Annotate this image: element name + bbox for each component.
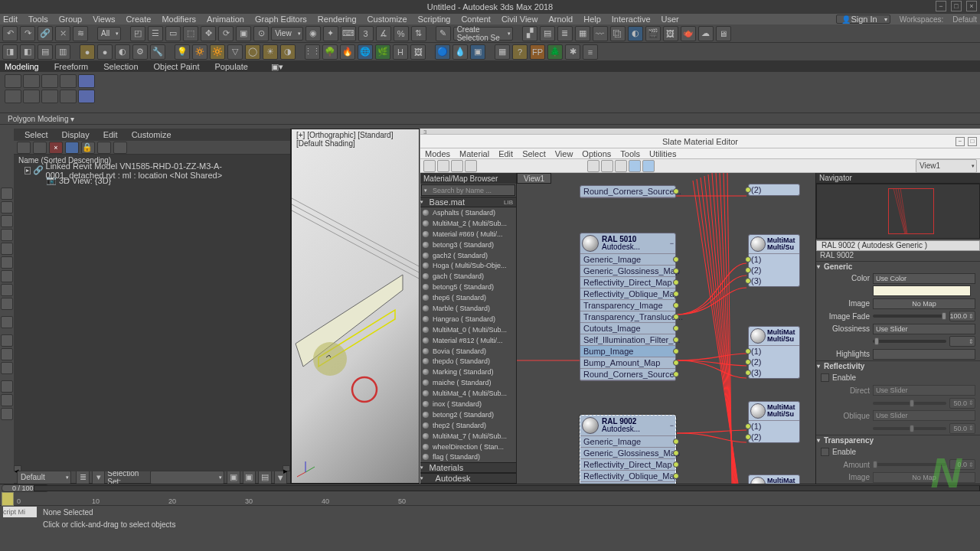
mat-item-1[interactable]: MultiMat_2 ( Multi/Sub... — [420, 218, 516, 229]
tb2-sun[interactable]: ☀ — [263, 44, 278, 60]
ral9002-port-0[interactable]: Generic_Image — [580, 436, 675, 448]
image-slot[interactable]: No Map — [873, 298, 975, 309]
lt-11[interactable] — [1, 334, 13, 347]
mat-item-8[interactable]: thep6 ( Standard) — [420, 292, 516, 303]
view-tab[interactable]: View1 — [517, 173, 551, 184]
window-crossing-icon[interactable]: ⬚ — [183, 26, 198, 41]
color-dropdown[interactable]: Use Color — [873, 273, 975, 284]
slate-menu-select[interactable]: Select — [522, 149, 546, 158]
tb2-hdr[interactable]: H — [393, 44, 408, 60]
tb2-fire[interactable]: 🔥 — [340, 44, 355, 60]
ral5010-port-1[interactable]: Generic_Glossiness_Map — [580, 266, 675, 277]
named-selection-dropdown[interactable]: Create Selection Se — [453, 27, 513, 41]
unlink-icon[interactable]: ⤫ — [55, 26, 70, 41]
rbn-3[interactable] — [41, 74, 58, 88]
mat-group-base[interactable]: Base.matLIB — [420, 197, 516, 207]
render-in-cloud-icon[interactable]: ☁ — [698, 26, 714, 41]
ribbon-tab-object-paint[interactable]: Object Paint — [154, 62, 200, 71]
lt-8[interactable] — [1, 284, 13, 296]
lt-13[interactable] — [1, 362, 13, 374]
st-move[interactable] — [587, 160, 599, 172]
mat-group-materials[interactable]: Materials — [420, 462, 516, 473]
multinode-1[interactable]: (2) — [748, 184, 800, 196]
scene-tool-5[interactable] — [97, 142, 111, 154]
slate-menu-options[interactable]: Options — [582, 149, 611, 158]
tb2-bulb3[interactable]: 🔆 — [210, 44, 225, 60]
ral5010-port-3[interactable]: Reflectivity_Oblique_Map — [580, 289, 675, 300]
selset-btn5[interactable]: ▤ — [258, 470, 271, 485]
st-mateditor[interactable] — [629, 160, 641, 172]
ral5010-port-9[interactable]: Bump_Amount_Map — [580, 357, 675, 369]
mat-item-4[interactable]: gach2 ( Standard) — [420, 250, 516, 261]
color-swatch[interactable] — [873, 285, 971, 296]
slate-menu-tools[interactable]: Tools — [620, 149, 640, 158]
mat-item-6[interactable]: gach ( Standard) — [420, 271, 516, 282]
angle-snap-icon[interactable]: ∡ — [376, 26, 391, 41]
ref-coord-dropdown[interactable]: View — [271, 27, 303, 41]
rbn-7[interactable] — [23, 90, 40, 103]
mat-item-14[interactable]: thepdo ( Standard) — [420, 356, 516, 367]
link-icon[interactable]: 🔗 — [38, 26, 53, 41]
schematic-icon[interactable]: ⿻ — [610, 26, 626, 41]
multinode-4[interactable]: MultiMatMulti/Su (1) (2) — [748, 401, 800, 443]
percent-snap-icon[interactable]: % — [394, 26, 409, 41]
st-view[interactable] — [615, 160, 627, 172]
align-icon[interactable]: ▤ — [540, 26, 555, 41]
tree-revit-root[interactable]: ▸🔗 Linked Revit Model VN1585-RHD-01-ZZ-M… — [24, 165, 290, 175]
slate-menu-edit[interactable]: Edit — [498, 149, 513, 158]
ral5010-port-2[interactable]: Reflectivity_Direct_Map — [580, 277, 675, 289]
tb2-dots[interactable]: ⋮⋮ — [305, 44, 320, 60]
curve-editor-icon[interactable]: 〰 — [593, 26, 608, 41]
tb2-help[interactable]: ? — [512, 44, 528, 60]
select-object-icon[interactable]: ◰ — [130, 26, 145, 41]
scene-tool-filter[interactable] — [65, 142, 79, 154]
ribbon-tab-populate[interactable]: Populate — [214, 62, 247, 71]
tb2-droplet[interactable]: 💧 — [452, 44, 468, 60]
toggle-ribbon-icon[interactable]: ▦ — [575, 26, 590, 41]
lt-4[interactable] — [1, 229, 13, 241]
view1-tab-right[interactable]: View1 — [916, 159, 977, 173]
mat-item-11[interactable]: MultiMat_0 ( Multi/Sub... — [420, 324, 516, 335]
rbn-1[interactable] — [5, 74, 21, 88]
st-put[interactable] — [437, 160, 449, 172]
ral5010-port-8[interactable]: Bump_Image — [580, 346, 675, 357]
undo-icon[interactable]: ↶ — [2, 26, 18, 41]
spinner-snap-icon[interactable]: ⇅ — [411, 26, 426, 41]
tb2-3[interactable]: ▤ — [38, 44, 53, 60]
manipulate-icon[interactable]: ✦ — [323, 26, 338, 41]
rbn-8[interactable] — [41, 90, 58, 103]
snap-toggle-icon[interactable]: 3 — [358, 26, 374, 41]
slate-menu-modes[interactable]: Modes — [425, 149, 450, 158]
node-port-round-corners[interactable]: Round_Corners_Source... — [580, 186, 675, 197]
tb2-globe[interactable]: 🌐 — [358, 44, 373, 60]
menu-rendering[interactable]: Rendering — [318, 15, 357, 24]
edit-named-sel-icon[interactable]: ✎ — [436, 26, 451, 41]
ribbon-toggle-icon[interactable]: ▣▾ — [271, 62, 283, 72]
scene-tool-close[interactable]: × — [49, 142, 63, 154]
use-pivot-icon[interactable]: ◉ — [305, 26, 321, 41]
tb2-bulb2[interactable]: 🔅 — [192, 44, 207, 60]
mat-search-input[interactable]: Search by Name ... — [421, 184, 515, 196]
mat-item-21[interactable]: MultiMat_7 ( Multi/Sub... — [420, 431, 516, 442]
rbn-5[interactable] — [78, 74, 95, 88]
tb2-asterisk[interactable]: ✱ — [565, 44, 580, 60]
timeline[interactable]: 0 10 20 30 40 50 — [0, 492, 980, 506]
tb2-cube[interactable]: ▣ — [470, 44, 485, 60]
select-name-icon[interactable]: ☰ — [148, 26, 163, 41]
reflectivity-enable-checkbox[interactable] — [821, 373, 829, 382]
lt-15[interactable] — [1, 394, 13, 406]
slate-menu-view[interactable]: View — [555, 149, 573, 158]
ral5010-port-10[interactable]: Round_Corners_Source — [580, 369, 675, 380]
mat-item-22[interactable]: wheelDirection ( Stan... — [420, 442, 516, 452]
lt-16[interactable] — [1, 408, 13, 420]
slate-menu-utilities[interactable]: Utilities — [649, 149, 676, 158]
node-round-corners-top[interactable]: Round_Corners_Source... — [580, 185, 676, 198]
rollout-generic[interactable]: Generic — [816, 261, 980, 272]
scene-tool-lock[interactable]: 🔒 — [81, 142, 95, 154]
mat-item-7[interactable]: betong5 ( Standard) — [420, 282, 516, 292]
mat-item-0[interactable]: Asphalts ( Standard) — [420, 207, 516, 218]
render-setup-icon[interactable]: 🎬 — [645, 26, 661, 41]
ral5010-port-4[interactable]: Transparency_Image — [580, 300, 675, 311]
workspaces-value[interactable]: Default — [952, 15, 977, 24]
mat-item-3[interactable]: betong3 ( Standard) — [420, 240, 516, 250]
